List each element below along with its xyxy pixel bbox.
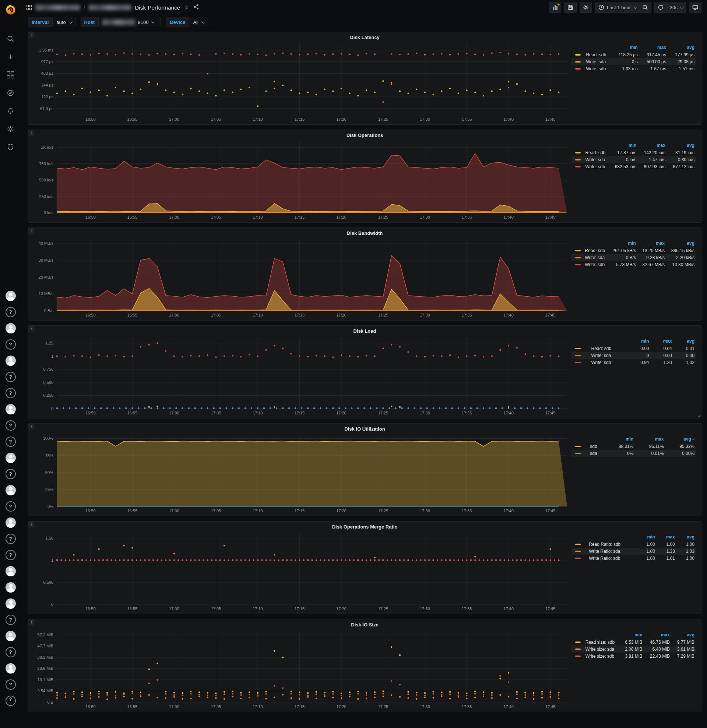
star-icon[interactable]: ☆ [184, 4, 189, 12]
series-swatch-icon[interactable] [575, 558, 581, 559]
grafana-logo[interactable] [4, 3, 18, 17]
plugin-icon[interactable]: ? [6, 647, 16, 657]
gear-icon[interactable] [7, 125, 15, 133]
legend-header-min[interactable]: min [609, 142, 638, 149]
plugin-icon[interactable]: ? [6, 372, 16, 382]
legend-header-min[interactable]: min [604, 436, 635, 443]
chart-area[interactable]: 1.5010.5000 16:5016:5517:0017:0517:1017:… [28, 532, 571, 614]
legend-series-label[interactable]: Write: sda [583, 156, 609, 163]
dashboard-title[interactable]: Disk-Performance [135, 4, 180, 11]
series-swatch-icon[interactable] [575, 61, 581, 62]
avatar[interactable] [6, 663, 16, 673]
alerting-icon[interactable] [7, 107, 15, 115]
panel-title[interactable]: Disk Operations [28, 130, 701, 140]
avatar[interactable] [6, 453, 16, 463]
legend-header-avg[interactable]: avg [677, 534, 696, 541]
legend-series-label[interactable]: Write: sdb [589, 359, 628, 366]
apps-grid-icon[interactable] [26, 4, 32, 10]
legend-series-label[interactable]: Read Ratio: sdb [587, 541, 637, 547]
interval-value-dropdown[interactable]: auto [52, 17, 75, 27]
device-value-dropdown[interactable]: All [189, 17, 208, 27]
legend-series-label[interactable]: Write: sda [583, 254, 607, 261]
panel-info-icon[interactable]: i [28, 620, 34, 625]
series-swatch-icon[interactable] [575, 264, 581, 265]
plot[interactable] [57, 338, 567, 409]
legend-header-min[interactable]: min [628, 338, 650, 345]
device-label[interactable]: Device [166, 17, 189, 27]
panel-info-icon[interactable]: i [28, 424, 34, 429]
plot[interactable] [57, 44, 567, 115]
legend-header-min[interactable]: min [607, 240, 638, 247]
plugin-icon[interactable]: ? [6, 339, 16, 350]
avatar[interactable] [6, 517, 16, 528]
chart-area[interactable]: 1K io/s750 io/s500 io/s250 io/s0 io/s 16… [28, 140, 571, 222]
series-swatch-icon[interactable] [575, 152, 581, 153]
legend-series-label[interactable]: Read: sdb [583, 149, 609, 156]
legend-series-label[interactable]: Write Ratio: sdb [587, 555, 637, 562]
plugin-icon[interactable]: ? [6, 307, 16, 317]
legend-header-avg[interactable]: avg [668, 44, 696, 51]
legend-series-label[interactable]: Write: sdb [584, 65, 611, 72]
plugin-icon[interactable]: ? [6, 436, 16, 447]
series-swatch-icon[interactable] [575, 68, 581, 69]
legend-series-label[interactable]: sda [588, 450, 604, 457]
avatar[interactable] [6, 485, 16, 495]
panel-info-icon[interactable]: i [28, 32, 34, 38]
refresh-interval-button[interactable]: 30s [667, 2, 686, 13]
legend-header-max[interactable]: max [639, 44, 668, 51]
legend-header-max[interactable]: max [651, 338, 674, 345]
series-swatch-icon[interactable] [575, 250, 581, 251]
panel-title[interactable]: Disk Latency [28, 32, 701, 42]
series-swatch-icon[interactable] [575, 453, 581, 454]
panel-title[interactable]: Disk IO Size [28, 620, 701, 629]
legend-header-max[interactable]: max [638, 142, 667, 149]
avatar[interactable] [6, 323, 16, 334]
avatar[interactable] [6, 404, 16, 415]
avatar[interactable] [6, 582, 16, 592]
series-swatch-icon[interactable] [575, 656, 581, 657]
legend-header-max[interactable]: max [656, 534, 677, 541]
interval-label[interactable]: Interval [28, 17, 52, 27]
legend-header-avg[interactable]: avg [667, 142, 696, 149]
panel-title[interactable]: Disk Operations Merge Ratio [28, 521, 701, 532]
legend-series-label[interactable]: Read size: sdb [583, 638, 619, 646]
search-icon[interactable] [7, 35, 15, 43]
avatar[interactable] [6, 291, 16, 301]
help-icon[interactable]: ? [6, 696, 16, 706]
panel-info-icon[interactable]: i [28, 228, 34, 234]
legend-header-avg[interactable]: avg [671, 631, 696, 638]
panel-info-icon[interactable]: i [28, 521, 34, 527]
legend-header-min[interactable]: min [619, 631, 644, 638]
series-swatch-icon[interactable] [575, 54, 581, 56]
plot[interactable] [57, 534, 567, 604]
refresh-button[interactable] [654, 2, 667, 13]
host-value-dropdown[interactable]: 9100 [98, 17, 161, 27]
series-swatch-icon[interactable] [575, 649, 581, 650]
panel-title[interactable]: Disk Bandwidth [28, 228, 701, 238]
host-label[interactable]: Host [81, 17, 99, 27]
zoom-out-button[interactable] [639, 2, 651, 13]
legend-header-avg[interactable]: avg [674, 338, 696, 345]
series-swatch-icon[interactable] [575, 166, 581, 168]
plot[interactable] [57, 142, 567, 213]
chart-area[interactable]: 100%75%50%25%0% 16:5016:5517:0017:0517:1… [28, 433, 571, 516]
panel-title[interactable]: Disk Load [28, 326, 701, 336]
breadcrumb-folder-redacted[interactable] [36, 5, 80, 10]
legend-series-label[interactable]: sdb [588, 443, 604, 450]
plugin-icon[interactable]: ? [6, 501, 16, 511]
legend-header-min[interactable]: min [611, 44, 639, 51]
legend-header-max[interactable]: max [635, 436, 665, 443]
plugin-icon[interactable]: ? [6, 679, 16, 690]
legend-series-label[interactable]: Read: sdb [589, 345, 628, 352]
plot[interactable] [57, 240, 567, 311]
dashboards-icon[interactable] [7, 71, 15, 79]
chart-area[interactable]: 57.2 MiB47.7 MiB38.1 MiB28.6 MiB19.1 MiB… [28, 629, 571, 712]
kiosk-mode-button[interactable] [689, 2, 701, 13]
plugin-icon[interactable]: ? [6, 550, 16, 560]
time-range-button[interactable]: Last 1 hour [595, 2, 639, 13]
series-swatch-icon[interactable] [575, 159, 581, 160]
chart-area[interactable]: 1.95 ms977 µs488 µs244 µs122 µs61.0 µs 1… [28, 42, 571, 124]
legend-series-label[interactable]: Read: sdb [583, 247, 607, 254]
plugin-icon[interactable]: ? [6, 534, 16, 544]
legend-header-avg[interactable]: avg [666, 240, 696, 247]
